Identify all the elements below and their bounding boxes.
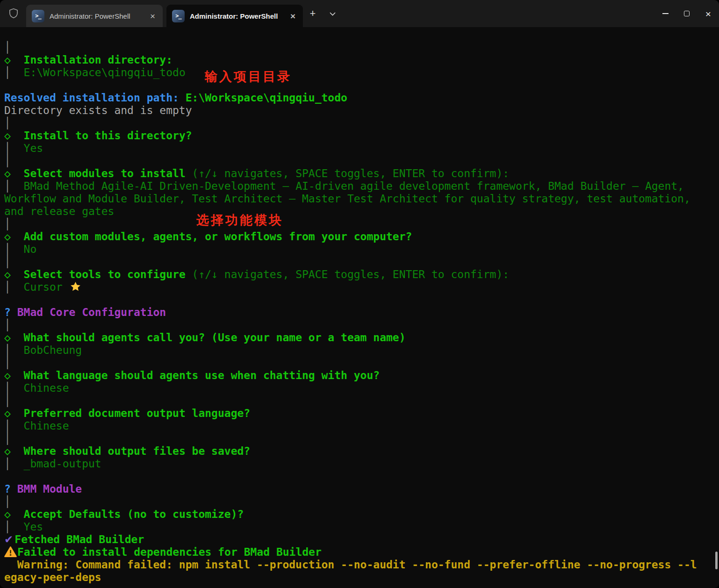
terminal-line <box>4 470 719 483</box>
text-segment: Install to this directory? <box>24 129 192 142</box>
tab-powershell-1[interactable]: >_ Administrator: PowerShell × <box>26 5 163 27</box>
maximize-icon <box>684 11 690 16</box>
terminal-line: │ Yes <box>4 521 719 533</box>
maximize-button[interactable] <box>676 0 697 27</box>
tab-title: Administrator: PowerShell <box>50 12 143 20</box>
terminal-line: │ <box>4 394 719 407</box>
plus-icon: + <box>310 7 316 20</box>
terminal-line: Workflow and Module Builder, Test Archit… <box>4 193 719 205</box>
text-segment: Add custom modules, agents, or workflows… <box>24 230 412 243</box>
text-segment: Yes <box>11 521 43 533</box>
minimize-button[interactable] <box>654 0 676 27</box>
text-segment: Yes <box>11 142 43 154</box>
text-segment: Chinese <box>11 382 69 394</box>
warning-icon <box>4 546 17 558</box>
terminal-line: ? BMad Core Configuration <box>4 306 719 319</box>
text-segment: │ <box>4 142 11 154</box>
text-segment: No <box>11 243 36 255</box>
terminal-line: │ <box>4 319 719 331</box>
text-segment: │ <box>4 420 11 432</box>
terminal-line: │ <box>4 117 719 129</box>
powershell-icon: >_ <box>32 10 44 22</box>
text-segment: │ <box>4 218 11 230</box>
text-segment: _bmad-output <box>11 458 101 470</box>
tab-close-icon[interactable]: × <box>148 11 157 22</box>
text-segment: BMad Core Configuration <box>17 306 166 318</box>
titlebar: >_ Administrator: PowerShell × >_ Admini… <box>0 0 719 27</box>
terminal-line: Resolved installation path: E:\Workspace… <box>4 92 719 104</box>
text-segment: Chinese <box>11 420 69 432</box>
terminal-line <box>4 294 719 306</box>
text-segment: ◇ <box>4 445 24 457</box>
tab-close-icon[interactable]: × <box>288 11 297 22</box>
text-segment: Select tools to configure <box>24 268 192 280</box>
terminal-line: egacy-peer-deps <box>4 571 719 584</box>
terminal-window: >_ Administrator: PowerShell × >_ Admini… <box>0 0 719 588</box>
red-annotation: 选择功能模块 <box>196 212 283 229</box>
text-segment: and release gates <box>4 205 114 217</box>
text-segment: ✔ <box>4 533 13 545</box>
text-segment: (↑/↓ navigates, SPACE toggles, ENTER to … <box>192 167 510 179</box>
terminal-output[interactable]: │◇ Installation directory:│ E:\Workspace… <box>0 27 719 588</box>
terminal-line: ◇ What language should agents use when c… <box>4 369 719 382</box>
text-segment: │ <box>4 521 11 533</box>
text-segment: BobCheung <box>11 344 82 356</box>
terminal-line: │ _bmad-output <box>4 458 719 470</box>
text-segment: ? <box>4 483 17 495</box>
text-segment: │ <box>4 256 11 268</box>
text-segment: BMad Method Agile-AI Driven-Development … <box>11 180 684 192</box>
text-segment: ◇ <box>4 167 24 179</box>
star-icon <box>69 281 81 293</box>
text-segment: Warning: Command failed: npm install --p… <box>4 559 697 571</box>
terminal-line: │ BobCheung <box>4 344 719 357</box>
text-segment: │ <box>4 382 11 394</box>
terminal-line: and release gates <box>4 205 719 218</box>
terminal-line: ◇ Where should output files be saved? <box>4 445 719 458</box>
terminal-line: │ <box>4 218 719 230</box>
tab-title: Administrator: PowerShell <box>190 12 283 20</box>
text-segment: ◇ <box>4 230 24 243</box>
red-annotation: 输入项目目录 <box>205 68 292 85</box>
terminal-line: Directory exists and is empty <box>4 104 719 117</box>
close-icon: × <box>705 9 711 19</box>
text-segment: ◇ <box>4 508 24 520</box>
terminal-line: ◇ Installation directory: <box>4 54 719 66</box>
terminal-line: │ <box>4 495 719 508</box>
tab-powershell-2[interactable]: >_ Administrator: PowerShell × <box>166 5 303 27</box>
text-segment: ◇ <box>4 268 24 280</box>
terminal-line: │ <box>4 357 719 369</box>
text-segment: egacy-peer-deps <box>4 571 101 583</box>
terminal-line: │ Chinese <box>4 420 719 432</box>
close-button[interactable]: × <box>697 0 719 27</box>
text-segment: Workflow and Module Builder, Test Archit… <box>4 193 690 205</box>
tab-dropdown-button[interactable] <box>323 0 342 27</box>
chevron-down-icon <box>330 12 336 16</box>
terminal-line: ◇ Accept Defaults (no to customize)? <box>4 508 719 521</box>
terminal-line: Warning: Command failed: npm install --p… <box>4 559 719 571</box>
text-segment: │ <box>4 281 11 293</box>
powershell-icon: >_ <box>172 10 185 22</box>
terminal-line: │ <box>4 432 719 445</box>
text-segment: Resolved installation path: <box>4 92 186 104</box>
text-segment: Preferred document output language? <box>24 407 251 419</box>
text-segment: Select modules to install <box>24 167 192 179</box>
text-segment: Directory exists and is empty <box>4 104 192 116</box>
text-segment: Installation directory: <box>24 54 173 66</box>
text-segment: │ <box>4 344 11 356</box>
text-segment: ◇ <box>4 369 24 381</box>
text-segment: │ <box>4 155 11 167</box>
terminal-line: │ Yes <box>4 142 719 155</box>
terminal-line: │ No <box>4 243 719 256</box>
text-segment: ? <box>4 306 17 318</box>
terminal-line: │ <box>4 41 719 54</box>
terminal-line: │ <box>4 155 719 167</box>
terminal-line: │ Chinese <box>4 382 719 394</box>
text-segment: │ <box>4 357 11 369</box>
text-segment: │ <box>4 243 11 255</box>
scrollbar-thumb[interactable] <box>715 552 718 569</box>
text-segment: Where should output files be saved? <box>24 445 251 457</box>
text-segment: Fetched BMad Builder <box>14 533 144 545</box>
new-tab-button[interactable]: + <box>303 0 323 27</box>
terminal-line: ? BMM Module <box>4 483 719 495</box>
text-segment: Accept Defaults (no to customize)? <box>24 508 244 520</box>
